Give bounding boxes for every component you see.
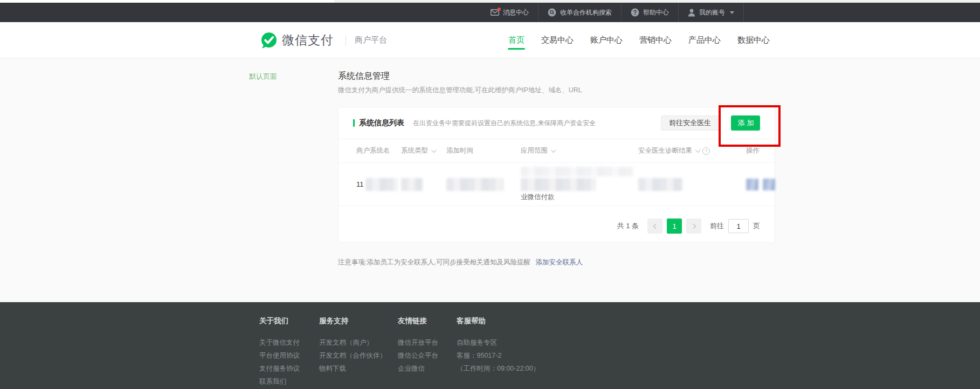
column-header-scope[interactable]: 应用范围 <box>521 146 638 155</box>
column-header-doctor-result[interactable]: 安全医生诊断结果 ? <box>638 146 746 155</box>
divider <box>346 35 346 46</box>
column-header-system-name: 商户系统名 <box>356 146 401 155</box>
footer-link[interactable]: 开发文档（商户） <box>319 336 387 349</box>
goto-label: 前往 <box>710 221 724 231</box>
unread-badge <box>498 8 501 11</box>
footer-link[interactable]: 微信开放平台 <box>398 336 438 349</box>
column-header-system-type[interactable]: 系统类型 <box>401 146 446 155</box>
chevron-down-icon <box>431 147 437 153</box>
current-page-button[interactable]: 1 <box>667 219 682 234</box>
next-page-button[interactable] <box>686 219 701 234</box>
chevron-down-icon <box>551 147 556 153</box>
cell-actions <box>746 179 775 190</box>
page-body: 默认页面 系统信息管理 微信支付为商户提供统一的系统信息管理功能,可在此维护商户… <box>0 58 980 302</box>
scope-visible-text: 业微信付款 <box>521 193 638 202</box>
message-center-item[interactable]: 消息中心 <box>481 3 538 22</box>
nav-item-product-center[interactable]: 产品中心 <box>687 22 722 58</box>
footer-column-customer-help: 客服帮助 自助服务专区 客服：95017-2 （工作时间：09:00-22:00… <box>457 316 540 375</box>
redacted-system-name <box>365 178 398 191</box>
footer-column-about: 关于我们 关于微信支付 平台使用协议 支付服务协议 联系我们 <box>259 316 300 388</box>
user-icon <box>688 9 695 17</box>
topbar-item-label: 收单合作机构搜索 <box>560 8 612 17</box>
footer-link[interactable]: 微信公众平台 <box>398 349 438 362</box>
row-action-link-redacted[interactable] <box>746 179 758 190</box>
security-doctor-button[interactable]: 前往安全医生 <box>661 115 719 131</box>
footer-link[interactable]: 企业微信 <box>398 362 438 375</box>
redacted-scope-line2 <box>521 178 596 191</box>
footer-column-service-support: 服务支持 开发文档（商户） 开发文档（合作伙伴） 物料下载 <box>319 316 387 375</box>
goto-page-input[interactable] <box>728 219 749 233</box>
redacted-add-time <box>446 178 503 191</box>
card-header: 系统信息列表 在出资业务中需要提前设置自己的系统信息,来保障商户资金安全 前往安… <box>339 107 775 139</box>
topbar-item-label: 我的账号 <box>699 8 725 17</box>
search-circle-icon <box>548 8 556 17</box>
footer-link[interactable]: 支付服务协议 <box>259 362 300 375</box>
pagination-total: 共 1 条 <box>617 221 639 231</box>
list-title: 系统信息列表 <box>359 118 404 128</box>
cell-add-time <box>446 178 521 191</box>
site-footer: 关于我们 关于微信支付 平台使用协议 支付服务协议 联系我们 服务支持 开发文档… <box>0 302 980 389</box>
acquiring-partner-search-item[interactable]: 收单合作机构搜索 <box>539 3 621 22</box>
footer-link[interactable]: 自助服务专区 <box>457 336 540 349</box>
footer-link[interactable]: 物料下载 <box>319 362 387 375</box>
brand-name: 微信支付 <box>282 32 334 49</box>
page-unit-label: 页 <box>753 221 760 231</box>
system-info-card: 系统信息列表 在出资业务中需要提前设置自己的系统信息,来保障商户资金安全 前往安… <box>338 107 775 243</box>
redacted-system-type <box>401 178 423 191</box>
nav-item-data-center[interactable]: 数据中心 <box>736 22 771 58</box>
note-line: 注意事项:添加员工为安全联系人,可同步接受相关通知及风险提醒 添加安全联系人 <box>338 258 583 267</box>
redacted-doctor-result <box>638 178 682 191</box>
chevron-right-icon <box>691 223 696 229</box>
add-button[interactable]: 添加 <box>731 115 760 131</box>
chevron-down-icon <box>695 147 701 153</box>
nav-item-transaction-center[interactable]: 交易中心 <box>540 22 575 58</box>
topbar-spacer <box>744 3 804 22</box>
column-header-actions: 操作 <box>746 146 775 155</box>
nav-item-marketing-center[interactable]: 营销中心 <box>638 22 673 58</box>
nav-item-account-center[interactable]: 账户中心 <box>589 22 624 58</box>
chevron-down-icon <box>730 11 734 14</box>
footer-column-friend-links: 友情链接 微信开放平台 微信公众平台 企业微信 <box>398 316 438 375</box>
portal-label: 商户平台 <box>355 35 387 45</box>
my-account-item[interactable]: 我的账号 <box>679 3 743 22</box>
help-circle-icon <box>631 8 639 17</box>
footer-link[interactable]: 开发文档（合作伙伴） <box>319 349 387 362</box>
add-security-contact-link[interactable]: 添加安全联系人 <box>535 258 583 266</box>
brand[interactable]: 微信支付 商户平台 <box>260 22 387 58</box>
help-center-item[interactable]: 帮助中心 <box>622 3 678 22</box>
chevron-left-icon <box>653 223 658 229</box>
page-description: 微信支付为商户提供统一的系统信息管理功能,可在此维护商户IP地址、域名、URL <box>338 86 582 95</box>
site-header: 微信支付 商户平台 首页 交易中心 账户中心 营销中心 产品中心 数据中心 <box>0 22 980 58</box>
nav-item-home[interactable]: 首页 <box>507 22 526 58</box>
cell-system-name: 11 <box>356 178 401 191</box>
footer-column-title: 关于我们 <box>259 316 300 326</box>
table-row: 11 业微信付款 <box>339 163 775 206</box>
table-header-row: 商户系统名 系统类型 添加时间 应用范围 安全医生诊断结果 ? 操作 <box>339 139 775 163</box>
footer-service-hours: （工作时间：09:00-22:00） <box>457 362 540 375</box>
footer-link[interactable]: 关于微信支付 <box>259 336 300 349</box>
main-nav: 首页 交易中心 账户中心 营销中心 产品中心 数据中心 <box>507 22 771 58</box>
column-header-add-time: 添加时间 <box>446 146 521 155</box>
footer-link[interactable]: 平台使用协议 <box>259 349 300 362</box>
help-icon[interactable]: ? <box>702 147 710 155</box>
topbar: 消息中心 收单合作机构搜索 帮助中心 我的账号 <box>0 3 980 22</box>
footer-column-title: 友情链接 <box>398 316 438 326</box>
redacted-scope-line1 <box>521 167 633 176</box>
list-title-accent-bar <box>353 119 355 127</box>
row-action-link-redacted[interactable] <box>763 179 775 190</box>
footer-link[interactable]: 联系我们 <box>259 375 300 388</box>
cell-scope: 业微信付款 <box>521 167 638 202</box>
footer-column-title: 客服帮助 <box>457 316 540 326</box>
topbar-item-label: 帮助中心 <box>643 8 669 17</box>
wechat-pay-logo-icon <box>260 32 278 49</box>
topbar-item-label: 消息中心 <box>503 8 529 17</box>
sidebar-item-default-page[interactable]: 默认页面 <box>249 72 277 81</box>
system-name-prefix: 11 <box>356 180 364 188</box>
footer-column-title: 服务支持 <box>319 316 387 326</box>
cell-doctor-result <box>638 178 746 191</box>
page-title: 系统信息管理 <box>338 71 390 82</box>
footer-service-phone: 客服：95017-2 <box>457 349 540 362</box>
note-text: 注意事项:添加员工为安全联系人,可同步接受相关通知及风险提醒 <box>338 258 530 266</box>
prev-page-button[interactable] <box>647 219 662 234</box>
pagination: 共 1 条 1 前往 页 <box>617 219 760 234</box>
